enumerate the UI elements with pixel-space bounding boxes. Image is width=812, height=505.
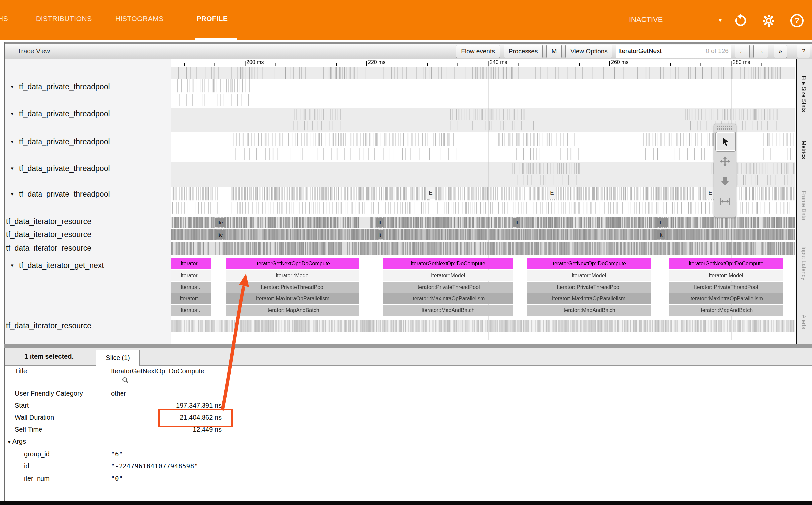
triangle-down-icon: ▼ — [10, 84, 14, 89]
gear-icon[interactable] — [761, 13, 776, 28]
arg-value: "6" — [111, 450, 123, 458]
slice-iterator-maxintraopparallelism[interactable]: Iterator::MaxIntraOpParallelism — [226, 293, 359, 304]
arg-key: iter_num — [24, 475, 50, 482]
slice-iteratorgetnextop-docompute[interactable]: IteratorGetNextOp::DoCompute — [226, 258, 359, 269]
metadata-button[interactable]: M — [547, 45, 562, 58]
ruler-tick-label: 200 ms — [246, 59, 263, 65]
tab-slice[interactable]: Slice (1) — [96, 350, 140, 365]
cursor-arrow-icon — [721, 137, 731, 147]
track-header-tf-data-private-threadpool[interactable]: ▼tf_data_private_threadpool — [10, 82, 110, 91]
resource-slice-label[interactable]: It — [376, 230, 383, 239]
track-name: tf_data_private_threadpool — [19, 164, 110, 173]
pan-arrows-icon — [720, 156, 730, 167]
collapse-controls-button[interactable]: » — [774, 45, 787, 58]
magnifier-icon[interactable] — [122, 376, 130, 384]
slice-iterator-maxintraopparallelism[interactable]: Iterator::MaxIntraOpParallelism — [669, 293, 783, 304]
ruler-tick-label: 280 ms — [733, 59, 750, 65]
track-name-panel: ▼tf_data_private_threadpool▼tf_data_priv… — [5, 59, 171, 344]
slice-iterator[interactable]: Iterator... — [171, 258, 211, 269]
find-next-button[interactable]: → — [753, 45, 768, 58]
slice-iteratorgetnextop-docompute[interactable]: IteratorGetNextOp::DoCompute — [383, 258, 513, 269]
slice-iterator-mapandbatch[interactable]: Iterator::MapAndBatch — [669, 305, 783, 316]
timing-mode-button[interactable] — [716, 192, 735, 210]
triangle-down-icon: ▼ — [10, 263, 14, 268]
search-input[interactable] — [618, 45, 695, 57]
zoom-mode-button[interactable] — [716, 172, 735, 191]
instant-event-marker[interactable]: E — [548, 187, 556, 198]
side-tab-file-size-stats[interactable]: File Size Stats — [800, 76, 807, 112]
triangle-down-icon: ▼ — [10, 192, 14, 196]
refresh-icon[interactable] — [733, 13, 748, 28]
wall-duration-label: Wall Duration — [15, 414, 54, 421]
chevron-down-icon: ▼ — [718, 17, 723, 23]
help-icon[interactable]: ? — [790, 13, 804, 28]
slice-iterator-privatethreadpool[interactable]: Iterator::PrivateThreadPool — [226, 282, 359, 293]
slice-iterator-model[interactable]: Iterator::Model — [527, 270, 651, 281]
resource-slice-label[interactable]: I... — [657, 218, 667, 227]
view-options-button[interactable]: View Options — [565, 45, 612, 58]
track-header-tf-data-iterator-resource: tf_data_iterator_resource — [6, 217, 91, 226]
slice-iterator-mapandbatch[interactable]: Iterator::MapAndBatch — [226, 305, 359, 316]
slice-iterator-maxintraopparallelism[interactable]: Iterator::MaxIntraOpParallelism — [383, 293, 513, 304]
slice-iterator[interactable]: Iterator... — [171, 282, 211, 293]
resource-slice-label[interactable]: Ite — [215, 230, 225, 239]
slice-iterator-model[interactable]: Iterator::Model — [383, 270, 513, 281]
arg-key: id — [24, 463, 29, 470]
track-header-tf-data-private-threadpool[interactable]: ▼tf_data_private_threadpool — [10, 164, 110, 173]
track-name: tf_data_iterator_resource — [6, 321, 91, 330]
title-value: IteratorGetNextOp::DoCompute — [111, 367, 204, 375]
help-shortcut-button[interactable]: ? — [797, 45, 810, 58]
resource-slice-label[interactable]: Ite — [215, 218, 225, 227]
slice-iterator-mapandbatch[interactable]: Iterator::MapAndBatch — [527, 305, 651, 316]
resource-slice-label[interactable]: It — [376, 218, 383, 227]
side-tab-metrics[interactable]: Metrics — [800, 141, 807, 159]
title-label: Title — [15, 367, 27, 375]
track-header-tf-data-private-threadpool[interactable]: ▼tf_data_private_threadpool — [10, 109, 110, 118]
self-time-label: Self Time — [15, 426, 42, 433]
panel-divider[interactable] — [4, 344, 812, 348]
slice-iterator-privatethreadpool[interactable]: Iterator::PrivateThreadPool — [527, 282, 651, 293]
palette-grip-handle[interactable] — [717, 126, 733, 131]
trace-view-title: Trace View — [17, 47, 50, 55]
select-mode-button[interactable] — [716, 132, 736, 152]
slice-iterator-mapandbatch[interactable]: Iterator::MapAndBatch — [383, 305, 513, 316]
instant-event-marker[interactable]: E — [426, 187, 435, 198]
tab-distributions[interactable]: DISTRIBUTIONS — [36, 15, 92, 23]
flow-events-button[interactable]: Flow events — [456, 45, 499, 58]
side-tab-alerts[interactable]: Alerts — [800, 315, 807, 329]
resource-slice-label[interactable]: It — [657, 230, 665, 239]
tab-histograms[interactable]: HISTOGRAMS — [115, 15, 164, 23]
start-value: 197,347,391 ns — [111, 402, 222, 409]
category-value: other — [111, 390, 126, 397]
tab-profile[interactable]: PROFILE — [197, 15, 228, 23]
slice-iterator-privatethreadpool[interactable]: Iterator::PrivateThreadPool — [669, 282, 783, 293]
run-selector-dropdown[interactable]: INACTIVE ▼ — [628, 13, 725, 33]
track-header-tf-data-private-threadpool[interactable]: ▼tf_data_private_threadpool — [10, 190, 110, 198]
timeline-area[interactable]: 200 ms220 ms240 ms260 ms280 msEEEIteItIt… — [171, 59, 795, 344]
slice-iterator[interactable]: Iterator:... — [171, 293, 211, 304]
tab-graphs[interactable]: HS — [0, 15, 8, 23]
toolbar-buttons: Flow events Processes M View Options 0 o… — [456, 44, 810, 58]
slice-iterator-model[interactable]: Iterator::Model — [226, 270, 359, 281]
side-tab-frame-data[interactable]: Frame Data — [800, 191, 807, 220]
slice-iteratorgetnextop-docompute[interactable]: IteratorGetNextOp::DoCompute — [527, 258, 651, 269]
find-previous-button[interactable]: ← — [735, 45, 750, 58]
annotation-highlight-box — [158, 409, 233, 427]
slice-iterator-maxintraopparallelism[interactable]: Iterator::MaxIntraOpParallelism — [527, 293, 651, 304]
pan-mode-button[interactable] — [716, 152, 735, 171]
processes-button[interactable]: Processes — [503, 45, 543, 58]
slice-iterator-privatethreadpool[interactable]: Iterator::PrivateThreadPool — [383, 282, 513, 293]
slice-iterator-model[interactable]: Iterator::Model — [669, 270, 783, 281]
slice-iterator[interactable]: Iterator... — [171, 305, 211, 316]
resource-slice-label[interactable]: It — [513, 218, 520, 227]
slice-iteratorgetnextop-docompute[interactable]: IteratorGetNextOp::DoCompute — [669, 258, 783, 269]
window-bottom-edge — [0, 501, 812, 505]
category-label: User Friendly Category — [15, 390, 83, 397]
track-header-tf-data-private-threadpool[interactable]: ▼tf_data_private_threadpool — [10, 138, 110, 146]
args-section-toggle[interactable]: ▼Args — [7, 438, 26, 445]
slice-iterator[interactable]: Iterator... — [171, 270, 211, 281]
selection-header: 1 item selected. Slice (1) — [5, 348, 812, 365]
track-header-tf-data-iterator-resource: tf_data_iterator_resource — [6, 230, 91, 239]
side-tab-input-latency[interactable]: Input Latency — [800, 246, 807, 280]
track-header-tf-data-iterator-get-next[interactable]: ▼tf_data_iterator_get_next — [10, 261, 104, 270]
